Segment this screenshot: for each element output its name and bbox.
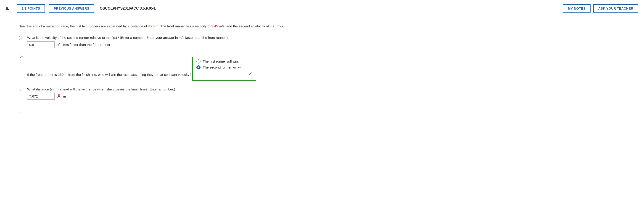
part-c: (c) What distance (in m) ahead will the … bbox=[18, 87, 626, 100]
ask-teacher-button[interactable]: ASK YOUR TEACHER bbox=[593, 4, 638, 12]
part-a-correct-icon: ✓ bbox=[57, 42, 61, 48]
part-c-input[interactable] bbox=[27, 93, 54, 100]
previous-answers-button[interactable]: PREVIOUS ANSWERS bbox=[49, 4, 94, 12]
problem-text-after-dist: m. The front runner has a velocity of bbox=[154, 24, 211, 28]
part-b-content: If the front runner is 250 m from the fi… bbox=[27, 54, 626, 81]
problem-text-after-v2: m/s. bbox=[276, 24, 284, 28]
velocity2-value: 4.25 bbox=[270, 24, 276, 28]
part-c-letter: (c) bbox=[18, 87, 25, 91]
part-c-content: What distance (in m) ahead will the winn… bbox=[27, 87, 626, 100]
plus-icon-container[interactable]: + bbox=[18, 106, 626, 116]
problem-text-after-v1: m/s, and the second a velocity of bbox=[218, 24, 270, 28]
part-b: (b) If the front runner is 250 m from th… bbox=[18, 54, 626, 81]
page-container: 6. 2/3 POINTS PREVIOUS ANSWERS OSCOLPHYS… bbox=[0, 0, 644, 222]
my-notes-button[interactable]: MY NOTES bbox=[563, 4, 590, 12]
part-b-check: ✓ bbox=[196, 71, 252, 77]
plus-icon[interactable]: + bbox=[18, 110, 22, 116]
problem-text: Near the end of a marathon race, the fir… bbox=[18, 23, 626, 29]
part-c-answer-row: ✗ m bbox=[27, 93, 626, 100]
part-c-unit: m bbox=[63, 94, 66, 98]
velocity1-value: 3.45 bbox=[211, 24, 218, 28]
question-header: 6. 2/3 POINTS PREVIOUS ANSWERS OSCOLPHYS… bbox=[0, 0, 644, 17]
header-right: MY NOTES ASK YOUR TEACHER bbox=[563, 4, 638, 12]
part-b-label: (b) If the front runner is 250 m from th… bbox=[18, 54, 626, 81]
radio-label-2: The second runner will win. bbox=[203, 65, 244, 69]
radio-option-1[interactable]: The first runner will win. bbox=[196, 60, 252, 64]
part-a-letter: (a) bbox=[18, 36, 25, 40]
part-b-correct-icon: ✓ bbox=[248, 71, 252, 77]
radio-label-1: The first runner will win. bbox=[203, 60, 239, 63]
question-number: 6. bbox=[6, 6, 11, 11]
part-c-incorrect-icon: ✗ bbox=[57, 94, 61, 99]
part-c-label: (c) What distance (in m) ahead will the … bbox=[18, 87, 626, 100]
part-b-letter: (b) bbox=[18, 54, 25, 58]
part-a-answer-row: ✓ m/s faster than the front runner bbox=[27, 41, 626, 48]
part-a-question: What is the velocity of the second runne… bbox=[27, 36, 228, 40]
part-a-input[interactable] bbox=[27, 41, 54, 48]
part-c-question: What distance (in m) ahead will the winn… bbox=[27, 87, 175, 91]
radio-option-2[interactable]: The second runner will win. bbox=[196, 65, 252, 70]
radio-circle-2[interactable] bbox=[196, 65, 200, 70]
points-button[interactable]: 2/3 POINTS bbox=[17, 4, 45, 12]
distance-value: 45.0 bbox=[148, 24, 154, 28]
part-a-unit: m/s faster than the front runner bbox=[63, 43, 110, 46]
part-a-label: (a) What is the velocity of the second r… bbox=[18, 36, 626, 48]
question-code: OSCOLPHYS2016ACC 3.5.P.054. bbox=[100, 6, 559, 10]
part-a-content: What is the velocity of the second runne… bbox=[27, 36, 626, 48]
radio-circle-1[interactable] bbox=[196, 60, 200, 64]
problem-text-before-dist: Near the end of a marathon race, the fir… bbox=[18, 24, 148, 28]
part-a: (a) What is the velocity of the second r… bbox=[18, 36, 626, 48]
question-body: Near the end of a marathon race, the fir… bbox=[0, 17, 644, 125]
part-b-question: If the front runner is 250 m from the fi… bbox=[27, 73, 191, 76]
part-b-radio-box: The first runner will win. The second ru… bbox=[192, 57, 256, 81]
